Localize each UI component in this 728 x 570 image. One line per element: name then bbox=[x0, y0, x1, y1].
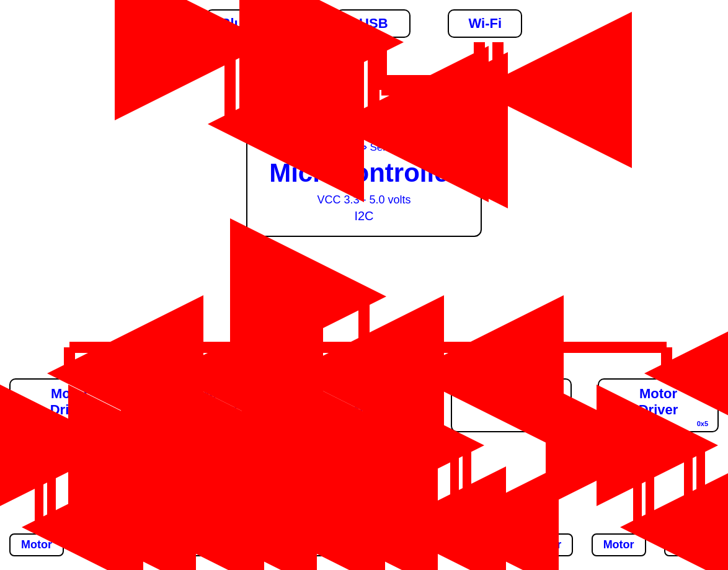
md4-addr: 0x4 bbox=[461, 420, 561, 428]
motor-2a: Motor bbox=[155, 533, 210, 556]
md1-line2: Driver bbox=[50, 402, 90, 417]
bluetooth-box: Bluetooth bbox=[206, 9, 300, 38]
arrows-overlay bbox=[0, 0, 728, 570]
md3-line2: Driver bbox=[344, 402, 384, 417]
motors-row: Motor Motor Motor Motor Motor Motor Moto… bbox=[0, 533, 728, 556]
motor-5a: Motor bbox=[592, 533, 646, 556]
diagram: Bluetooth USB Wi-Fi UART ⇔ Server Microc… bbox=[0, 0, 728, 570]
motor-drivers-row: Motor Driver 0x1 Motor Driver 0x2 Motor … bbox=[0, 378, 728, 432]
motor-4b: Motor bbox=[518, 533, 573, 556]
usb-box: USB bbox=[336, 9, 411, 38]
motor-driver-3: Motor Driver 0x3 bbox=[304, 378, 425, 432]
motor-1b: Motor bbox=[82, 533, 136, 556]
motor-driver-1: Motor Driver 0x1 bbox=[9, 378, 130, 432]
md2-line2: Driver bbox=[197, 402, 237, 417]
usb-label: USB bbox=[359, 16, 388, 31]
motor-3b: Motor bbox=[373, 533, 428, 556]
motor-5b: Motor bbox=[664, 533, 719, 556]
md2-addr: 0x2 bbox=[167, 420, 267, 428]
motor-driver-2: Motor Driver 0x2 bbox=[156, 378, 277, 432]
vcc-label: VCC 3.3 - 5.0 volts bbox=[260, 194, 468, 207]
i2c-label: I2C bbox=[260, 209, 468, 223]
mcu-box: UART ⇔ Server Microcontroller VCC 3.3 - … bbox=[246, 130, 482, 237]
top-interfaces: Bluetooth USB Wi-Fi bbox=[0, 3, 728, 38]
motor-driver-5: Motor Driver 0x5 bbox=[598, 378, 719, 432]
bluetooth-label: Bluetooth bbox=[221, 16, 285, 31]
md4-line1: Motor bbox=[492, 386, 530, 401]
md5-line1: Motor bbox=[639, 386, 677, 401]
md2-line1: Motor bbox=[198, 386, 236, 401]
motor-1a: Motor bbox=[9, 533, 64, 556]
motor-driver-4: Motor Driver 0x4 bbox=[451, 378, 572, 432]
md3-addr: 0x3 bbox=[314, 420, 414, 428]
md1-line1: Motor bbox=[51, 386, 89, 401]
wifi-box: Wi-Fi bbox=[448, 9, 522, 38]
md5-addr: 0x5 bbox=[608, 420, 708, 428]
md4-line2: Driver bbox=[491, 402, 531, 417]
wifi-label: Wi-Fi bbox=[469, 16, 502, 31]
mcu-title: Microcontroller bbox=[260, 159, 468, 187]
motor-3a: Motor bbox=[300, 533, 355, 556]
md1-addr: 0x1 bbox=[20, 420, 120, 428]
motor-2b: Motor bbox=[228, 533, 282, 556]
md3-line1: Motor bbox=[345, 386, 383, 401]
uart-label: UART ⇔ Server bbox=[260, 141, 468, 154]
md5-line2: Driver bbox=[639, 402, 678, 417]
motor-4a: Motor bbox=[446, 533, 500, 556]
